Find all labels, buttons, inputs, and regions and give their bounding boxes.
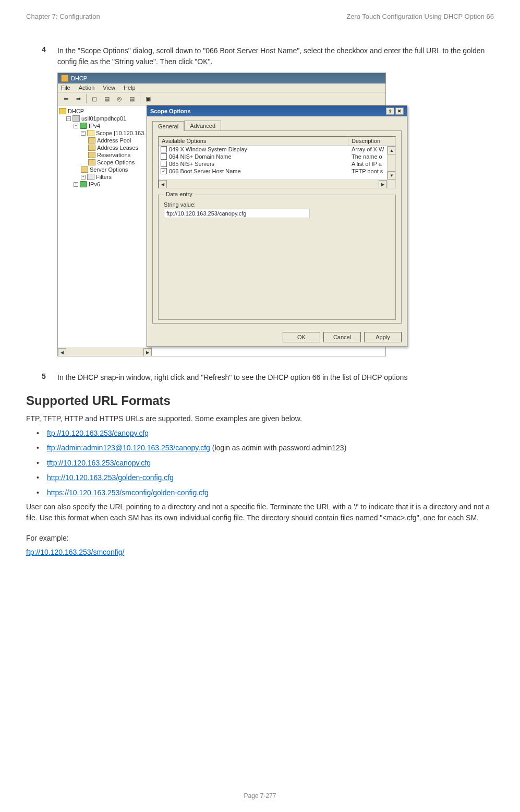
- url-link-1[interactable]: ftp://10.120.163.253/canopy.cfg: [47, 429, 149, 437]
- tree-pane: DHCP −usil01pmpdhcp01 −IPv4 −Scope [10.1…: [58, 105, 152, 348]
- scroll-up-icon[interactable]: ▲: [388, 146, 396, 154]
- dhcp-screenshot: DHCP File Action View Help ⬅ ➡ ▢ ▤ ◎ ▤ ▣…: [57, 73, 386, 356]
- item-icon: [81, 166, 88, 173]
- minus-icon[interactable]: −: [81, 131, 86, 136]
- step-5-number: 5: [42, 372, 57, 383]
- ok-button[interactable]: OK: [283, 332, 320, 342]
- menu-help[interactable]: Help: [124, 85, 136, 91]
- tree-server[interactable]: −usil01pmpdhcp01: [66, 115, 150, 122]
- minus-icon[interactable]: −: [66, 116, 71, 121]
- toolbar-separator: [86, 94, 87, 103]
- help-button[interactable]: ?: [386, 108, 394, 115]
- example-label: For example:: [26, 533, 494, 544]
- dialog-buttons: OK Cancel Apply: [147, 328, 407, 347]
- cancel-button[interactable]: Cancel: [323, 332, 361, 342]
- tree-scope[interactable]: −Scope [10.120.163.: [81, 129, 150, 137]
- toolbar-btn-4[interactable]: ▤: [126, 93, 138, 104]
- tree-address-pool[interactable]: Address Pool: [88, 137, 150, 144]
- tab-panel: Available Options Description 049 X Wind…: [152, 130, 402, 324]
- tree-ipv6[interactable]: +IPv6: [74, 181, 150, 188]
- tree-reservations[interactable]: Reservations: [88, 151, 150, 159]
- plus-icon[interactable]: +: [81, 175, 86, 180]
- option-064[interactable]: 064 NIS+ Domain NameThe name o: [159, 153, 395, 160]
- close-button[interactable]: ✕: [395, 108, 404, 115]
- url-item-5: •https://10.120.163.253/smconfig/golden-…: [37, 487, 494, 498]
- item-icon: [88, 137, 95, 144]
- dialog-body: General Advanced Available Options Descr…: [147, 116, 407, 328]
- dhcp-icon: [59, 108, 66, 114]
- server-icon: [72, 115, 80, 122]
- app-title: DHCP: [71, 75, 87, 81]
- header-left: Chapter 7: Configuration: [26, 13, 100, 20]
- dialog-title-text: Scope Options: [150, 108, 191, 114]
- url-link-4[interactable]: http://10.120.163.253/golden-config.cfg: [47, 473, 174, 482]
- ipv4-icon: [80, 123, 87, 129]
- tree-filters[interactable]: +Filters: [81, 173, 150, 181]
- tree-hscrollbar[interactable]: ◀ ▶: [58, 348, 152, 356]
- plus-icon[interactable]: +: [74, 182, 78, 187]
- menubar: File Action View Help: [58, 83, 385, 92]
- example-url[interactable]: ftp://10.120.163.253/smconfig/: [26, 548, 124, 556]
- forward-button[interactable]: ➡: [72, 93, 84, 104]
- scroll-left-icon[interactable]: ◀: [159, 180, 167, 188]
- url-item-1: •ftp://10.120.163.253/canopy.cfg: [37, 427, 494, 439]
- minus-icon[interactable]: −: [74, 124, 78, 128]
- string-value-label: String value:: [164, 201, 390, 208]
- tree-address-leases[interactable]: Address Leases: [88, 144, 150, 151]
- tree-server-options[interactable]: Server Options: [81, 166, 150, 173]
- option-066[interactable]: ✓066 Boot Server Host NameTFTP boot s: [159, 168, 395, 175]
- tree-root[interactable]: DHCP: [59, 108, 150, 115]
- url-item-2: •ftp://admin:admin123@10.120.163.253/can…: [37, 442, 494, 453]
- filter-icon: [87, 174, 94, 180]
- checkbox-icon[interactable]: [161, 146, 167, 152]
- toolbar-btn-2[interactable]: ▤: [101, 93, 113, 104]
- header-right: Zero Touch Configuration Using DHCP Opti…: [346, 13, 494, 20]
- tab-advanced[interactable]: Advanced: [184, 121, 221, 130]
- scroll-down-icon[interactable]: ▼: [388, 171, 396, 180]
- apply-button[interactable]: Apply: [364, 332, 402, 342]
- url-link-5[interactable]: https://10.120.163.253/smconfig/golden-c…: [47, 488, 209, 497]
- ipv6-icon: [80, 181, 87, 187]
- tab-general[interactable]: General: [152, 121, 184, 131]
- scroll-right-icon[interactable]: ▶: [379, 180, 387, 188]
- scroll-left-icon[interactable]: ◀: [58, 348, 66, 356]
- tree-scope-options[interactable]: Scope Options: [88, 159, 150, 166]
- string-value-input[interactable]: ftp://10.120.163.253/canopy.cfg: [164, 209, 310, 218]
- dialog-titlebar: Scope Options ? ✕: [147, 106, 407, 116]
- checkbox-checked-icon[interactable]: ✓: [161, 168, 167, 174]
- option-065[interactable]: 065 NIS+ ServersA list of IP a: [159, 160, 395, 168]
- list-vscrollbar[interactable]: ▲ ▼: [387, 146, 395, 188]
- url-2-suffix: (login as admin with password admin123): [210, 444, 346, 452]
- intro-text: FTP, TFTP, HTTP and HTTPS URLs are suppo…: [26, 413, 494, 424]
- url-link-2[interactable]: ftp://admin:admin123@10.120.163.253/cano…: [47, 444, 210, 452]
- checkbox-icon[interactable]: [161, 153, 167, 160]
- menu-file[interactable]: File: [61, 85, 70, 91]
- back-button[interactable]: ⬅: [60, 93, 71, 104]
- options-list[interactable]: Available Options Description 049 X Wind…: [158, 136, 396, 188]
- bullet-icon: •: [37, 487, 47, 498]
- page-header: Chapter 7: Configuration Zero Touch Conf…: [26, 13, 494, 20]
- scroll-right-icon[interactable]: ▶: [143, 348, 152, 356]
- page-footer: Page 7-277: [0, 792, 520, 799]
- option-049[interactable]: 049 X Window System DisplayArray of X W: [159, 146, 395, 153]
- list-hscrollbar[interactable]: ◀ ▶: [159, 180, 387, 188]
- scope-options-dialog: Scope Options ? ✕ General Advanced Avail…: [147, 105, 407, 347]
- step-5-text: In the DHCP snap-in window, right click …: [57, 372, 494, 383]
- col-description[interactable]: Description: [348, 137, 395, 145]
- menu-view[interactable]: View: [103, 85, 115, 91]
- toolbar-btn-1[interactable]: ▢: [89, 93, 100, 104]
- toolbar-btn-5[interactable]: ▣: [142, 93, 154, 104]
- step-4-text: In the "Scope Options" dialog, scroll do…: [57, 45, 494, 67]
- tree-ipv4[interactable]: −IPv4: [74, 122, 150, 129]
- paragraph-1: User can also specify the URL pointing t…: [26, 501, 494, 523]
- toolbar-btn-3[interactable]: ◎: [114, 93, 125, 104]
- dialog-tabs: General Advanced: [152, 121, 402, 130]
- url-link-3[interactable]: tftp://10.120.163.253/canopy.cfg: [47, 459, 151, 467]
- dhcp-icon: [61, 75, 68, 82]
- checkbox-icon[interactable]: [161, 161, 167, 167]
- menu-action[interactable]: Action: [79, 85, 95, 91]
- bullet-icon: •: [37, 427, 47, 439]
- step-5: 5 In the DHCP snap-in window, right clic…: [42, 372, 494, 383]
- col-available-options[interactable]: Available Options: [159, 137, 348, 145]
- step-4: 4 In the "Scope Options" dialog, scroll …: [42, 45, 494, 67]
